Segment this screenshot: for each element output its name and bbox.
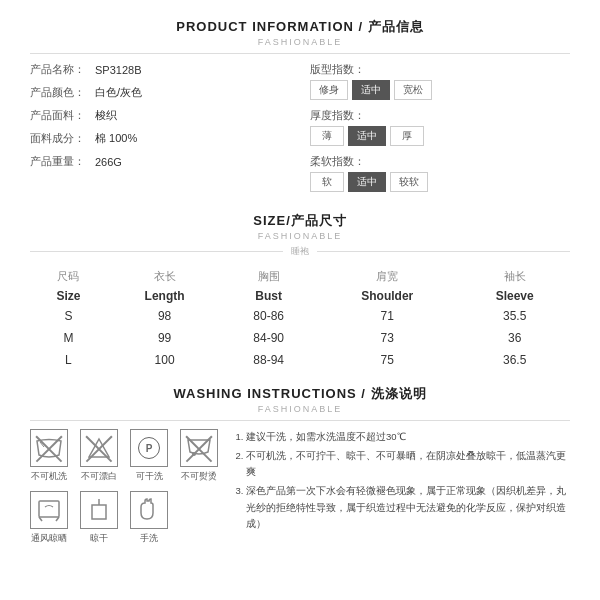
product-info-title: PRODUCT INFORMATION / 产品信息	[30, 18, 570, 36]
no-wash-icon	[30, 429, 68, 467]
fit-btn-loose[interactable]: 宽松	[394, 80, 432, 100]
thickness-index-group: 厚度指数： 薄 适中 厚	[310, 108, 570, 146]
info-value-color: 白色/灰色	[95, 85, 142, 100]
hang-dry-icon	[80, 491, 118, 529]
table-cell: 98	[107, 305, 222, 327]
table-cell: 71	[315, 305, 459, 327]
hand-wash-icon	[130, 491, 168, 529]
product-info-header: PRODUCT INFORMATION / 产品信息 FASHIONABLE	[30, 18, 570, 47]
washing-note-1: 建议干洗，如需水洗温度不超过30℃	[246, 429, 570, 445]
product-info-right: 版型指数： 修身 适中 宽松 厚度指数： 薄 适中 厚 柔软指数：	[310, 62, 570, 200]
table-cell: 80-86	[222, 305, 315, 327]
no-iron-label: 不可熨烫	[181, 470, 217, 483]
wash-icon-no-iron: 不可熨烫	[180, 429, 218, 483]
product-info-body: 产品名称： SP3128B 产品颜色： 白色/灰色 产品面料： 梭织 面料成分：…	[30, 62, 570, 200]
info-row-name: 产品名称： SP3128B	[30, 62, 290, 77]
dry-clean-icon: P	[130, 429, 168, 467]
washing-icons-row-1: 不可机洗 不可漂白 P	[30, 429, 218, 483]
hand-wash-label: 手洗	[140, 532, 158, 545]
col-zh-bust: 胸围	[222, 266, 315, 287]
svg-rect-3	[39, 501, 59, 517]
fit-index-group: 版型指数： 修身 适中 宽松	[310, 62, 570, 100]
size-table-header-en: Size Length Bust Shoulder Sleeve	[30, 287, 570, 305]
size-table: 尺码 衣长 胸围 肩宽 袖长 Size Length Bust Shoulder…	[30, 266, 570, 371]
size-divider-right	[317, 251, 570, 252]
washing-content: 不可机洗 不可漂白 P	[30, 429, 570, 545]
softness-btn-soft[interactable]: 软	[310, 172, 344, 192]
thickness-btn-thin[interactable]: 薄	[310, 126, 344, 146]
no-bleach-label: 不可漂白	[81, 470, 117, 483]
table-cell: L	[30, 349, 107, 371]
table-cell: 36	[459, 327, 570, 349]
washing-notes: 建议干洗，如需水洗温度不超过30℃ 不可机洗，不可拧干、晾干、不可暴晒，在阴凉处…	[234, 429, 570, 545]
info-label-fabric: 产品面料：	[30, 108, 95, 123]
wash-icon-no-wash: 不可机洗	[30, 429, 68, 483]
washing-icons-row-2: 通风晾晒 晾干	[30, 491, 218, 545]
washing-notes-list: 建议干洗，如需水洗温度不超过30℃ 不可机洗，不可拧干、晾干、不可暴晒，在阴凉处…	[234, 429, 570, 532]
thickness-btn-thick[interactable]: 厚	[390, 126, 424, 146]
air-dry-icon	[30, 491, 68, 529]
product-info-subtitle: FASHIONABLE	[30, 37, 570, 47]
softness-btn-group: 软 适中 较软	[310, 172, 570, 192]
washing-note-2: 不可机洗，不可拧干、晾干、不可暴晒，在阴凉处叠放晾干，低温蒸汽更爽	[246, 448, 570, 480]
info-value-composition: 棉 100%	[95, 131, 137, 146]
table-cell: 100	[107, 349, 222, 371]
info-row-composition: 面料成分： 棉 100%	[30, 131, 290, 146]
col-en-bust: Bust	[222, 287, 315, 305]
table-cell: 35.5	[459, 305, 570, 327]
size-header: SIZE/产品尺寸 FASHIONABLE	[30, 212, 570, 241]
thickness-btn-medium[interactable]: 适中	[348, 126, 386, 146]
table-cell: 36.5	[459, 349, 570, 371]
size-divider-left	[30, 251, 283, 252]
washing-note-3: 深色产品第一次下水会有轻微褪色现象，属于正常现象（因织机差异，丸光纱的拒绝特性导…	[246, 483, 570, 531]
no-bleach-icon	[80, 429, 118, 467]
no-iron-icon	[180, 429, 218, 467]
info-label-color: 产品颜色：	[30, 85, 95, 100]
table-cell: 75	[315, 349, 459, 371]
wash-icon-air-dry: 通风晾晒	[30, 491, 68, 545]
table-row: S9880-867135.5	[30, 305, 570, 327]
col-en-size: Size	[30, 287, 107, 305]
info-row-fabric: 产品面料： 梭织	[30, 108, 290, 123]
washing-icons-area: 不可机洗 不可漂白 P	[30, 429, 218, 545]
info-label-composition: 面料成分：	[30, 131, 95, 146]
wash-icon-hang-dry: 晾干	[80, 491, 118, 545]
softness-btn-medium[interactable]: 适中	[348, 172, 386, 192]
col-en-shoulder: Shoulder	[315, 287, 459, 305]
thickness-btn-group: 薄 适中 厚	[310, 126, 570, 146]
washing-header: WASHING INSTRUCTIONS / 洗涤说明 FASHIONABLE	[30, 385, 570, 414]
info-value-weight: 266G	[95, 156, 122, 168]
table-row: M9984-907336	[30, 327, 570, 349]
page-container: PRODUCT INFORMATION / 产品信息 FASHIONABLE 产…	[0, 0, 600, 600]
fit-btn-medium[interactable]: 适中	[352, 80, 390, 100]
divider-washing	[30, 420, 570, 421]
dry-clean-label: 可干洗	[136, 470, 163, 483]
fit-btn-slim[interactable]: 修身	[310, 80, 348, 100]
softness-index-label: 柔软指数：	[310, 154, 570, 169]
thickness-index-label: 厚度指数：	[310, 108, 570, 123]
size-section: SIZE/产品尺寸 FASHIONABLE 睡袍 尺码 衣长 胸围 肩宽 袖长 …	[30, 212, 570, 371]
col-zh-size: 尺码	[30, 266, 107, 287]
hang-dry-label: 晾干	[90, 532, 108, 545]
info-value-fabric: 梭织	[95, 108, 117, 123]
info-value-name: SP3128B	[95, 64, 141, 76]
col-zh-sleeve: 袖长	[459, 266, 570, 287]
softness-btn-softer[interactable]: 较软	[390, 172, 428, 192]
info-label-weight: 产品重量：	[30, 154, 95, 169]
size-table-header-zh: 尺码 衣长 胸围 肩宽 袖长	[30, 266, 570, 287]
size-garment-type: 睡袍	[291, 245, 309, 258]
circle-p-icon: P	[138, 437, 160, 459]
info-label-name: 产品名称：	[30, 62, 95, 77]
table-cell: M	[30, 327, 107, 349]
divider-1	[30, 53, 570, 54]
info-row-color: 产品颜色： 白色/灰色	[30, 85, 290, 100]
washing-subtitle: FASHIONABLE	[30, 404, 570, 414]
col-zh-length: 衣长	[107, 266, 222, 287]
fit-index-label: 版型指数：	[310, 62, 570, 77]
col-en-length: Length	[107, 287, 222, 305]
table-cell: 99	[107, 327, 222, 349]
size-divider-row: 睡袍	[30, 245, 570, 258]
softness-index-group: 柔软指数： 软 适中 较软	[310, 154, 570, 192]
size-subtitle-fashionable: FASHIONABLE	[30, 231, 570, 241]
wash-icon-dry-clean: P 可干洗	[130, 429, 168, 483]
